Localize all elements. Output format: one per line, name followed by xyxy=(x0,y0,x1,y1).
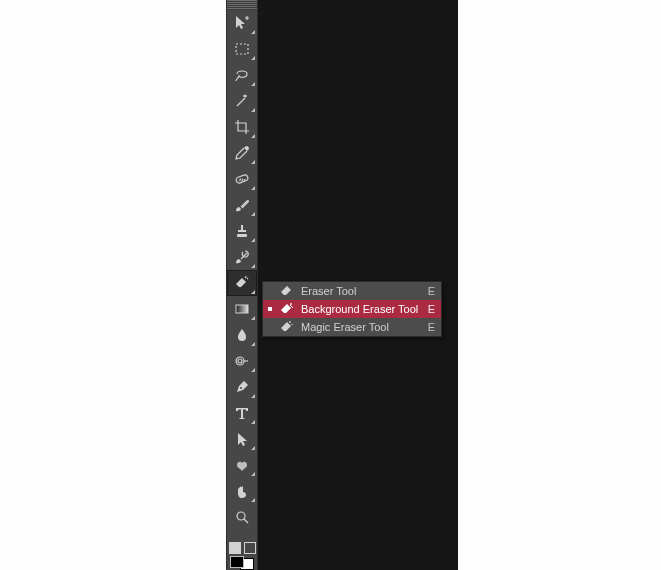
move-tool[interactable] xyxy=(227,10,257,36)
gradient-tool[interactable] xyxy=(227,296,257,322)
eraser-icon xyxy=(233,274,251,292)
flyout-item-shortcut: E xyxy=(428,321,435,333)
brush-tool[interactable] xyxy=(227,192,257,218)
shape-icon xyxy=(233,456,251,474)
clone-stamp-tool[interactable] xyxy=(227,218,257,244)
gradient-icon xyxy=(233,300,251,318)
flyout-current-marker xyxy=(267,324,273,330)
eraser-icon xyxy=(279,283,295,299)
move-icon xyxy=(233,14,251,32)
eyedropper-tool[interactable] xyxy=(227,140,257,166)
type-tool[interactable] xyxy=(227,400,257,426)
svg-rect-1 xyxy=(235,174,248,184)
tools-toolbar xyxy=(226,0,258,570)
stamp-icon xyxy=(233,222,251,240)
blur-icon xyxy=(233,326,251,344)
flyout-current-marker xyxy=(267,306,273,312)
pen-tool[interactable] xyxy=(227,374,257,400)
flyout-item-shortcut: E xyxy=(428,285,435,297)
flyout-item-magic-eraser[interactable]: Magic Eraser Tool E xyxy=(263,318,441,336)
svg-rect-2 xyxy=(237,234,247,237)
dodge-tool[interactable] xyxy=(227,348,257,374)
custom-shape-tool[interactable] xyxy=(227,452,257,478)
crop-tool[interactable] xyxy=(227,114,257,140)
screen-mode-standard[interactable] xyxy=(229,542,241,554)
dodge-icon xyxy=(233,352,251,370)
eyedropper-icon xyxy=(233,144,251,162)
flyout-current-marker xyxy=(267,288,273,294)
svg-point-7 xyxy=(237,512,245,520)
lasso-tool[interactable] xyxy=(227,62,257,88)
svg-point-4 xyxy=(236,357,244,365)
pen-icon xyxy=(233,378,251,396)
path-selection-tool[interactable] xyxy=(227,426,257,452)
foreground-color-swatch[interactable] xyxy=(230,556,244,568)
history-brush-icon xyxy=(233,248,251,266)
eraser-tool[interactable] xyxy=(227,270,257,296)
screen-mode-row[interactable] xyxy=(229,539,256,556)
svg-point-6 xyxy=(240,387,242,389)
flyout-item-eraser[interactable]: Eraser Tool E xyxy=(263,282,441,300)
svg-rect-3 xyxy=(236,305,248,313)
spot-healing-brush-tool[interactable] xyxy=(227,166,257,192)
screen-mode-full[interactable] xyxy=(244,542,256,554)
flyout-item-label: Magic Eraser Tool xyxy=(301,321,422,333)
zoom-icon xyxy=(233,508,251,526)
background-eraser-icon xyxy=(279,301,295,317)
blur-tool[interactable] xyxy=(227,322,257,348)
healing-icon xyxy=(233,170,251,188)
flyout-item-label: Eraser Tool xyxy=(301,285,422,297)
history-brush-tool[interactable] xyxy=(227,244,257,270)
hand-tool[interactable] xyxy=(227,478,257,504)
flyout-item-background-eraser[interactable]: Background Eraser Tool E xyxy=(263,300,441,318)
zoom-tool[interactable] xyxy=(227,504,257,530)
svg-rect-0 xyxy=(236,44,248,54)
svg-point-5 xyxy=(238,359,242,363)
marquee-icon xyxy=(233,40,251,58)
rectangular-marquee-tool[interactable] xyxy=(227,36,257,62)
crop-icon xyxy=(233,118,251,136)
flyout-item-shortcut: E xyxy=(428,303,435,315)
magic-wand-tool[interactable] xyxy=(227,88,257,114)
toolbar-grip[interactable] xyxy=(227,0,257,10)
color-swatches[interactable] xyxy=(228,556,256,570)
brush-icon xyxy=(233,196,251,214)
wand-icon xyxy=(233,92,251,110)
lasso-icon xyxy=(233,66,251,84)
flyout-item-label: Background Eraser Tool xyxy=(301,303,422,315)
magic-eraser-icon xyxy=(279,319,295,335)
hand-icon xyxy=(233,482,251,500)
eraser-tool-flyout: Eraser Tool E Background Eraser Tool E M… xyxy=(262,281,442,337)
type-icon xyxy=(233,404,251,422)
path-arrow-icon xyxy=(233,430,251,448)
